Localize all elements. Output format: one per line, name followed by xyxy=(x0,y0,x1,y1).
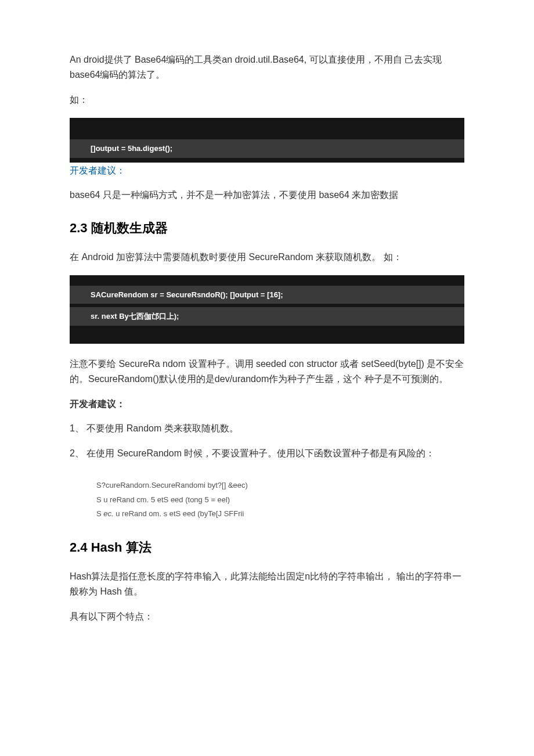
list-item-1: 1、 不要使用 Random 类来获取随机数。 xyxy=(70,421,464,436)
paragraph-eg: 如： xyxy=(70,92,464,107)
code-list: S?cureRandorn.SecureRandomi byt?[] &eec)… xyxy=(96,478,464,521)
heading-2-3: 2.3 随机数生成器 xyxy=(70,219,464,237)
paragraph-hash-features: 具有以下两个特点： xyxy=(70,609,464,624)
code-block-2: SACureRendom sr = SecureRsndoR(); []outp… xyxy=(70,275,464,344)
developer-tip-label: 开发者建议： xyxy=(70,398,464,411)
code-line: S u reRand cm. 5 etS eed (tong 5 = eel) xyxy=(96,493,464,507)
document-page: An droid提供了 Base64编码的工具类an droid.util.Ba… xyxy=(0,0,534,687)
paragraph-hash-intro: Hash算法是指任意长度的字符串输入，此算法能给出固定n比特的字符串输出， 输出… xyxy=(70,569,464,599)
paragraph-intro: An droid提供了 Base64编码的工具类an droid.util.Ba… xyxy=(70,52,464,82)
list-item-2: 2、 在使用 SecureRandom 时候，不要设置种子。使用以下函数设置种子… xyxy=(70,446,464,461)
code-line: []output = 5ha.digest(); xyxy=(70,139,464,158)
code-line: S ec. u reRand om. s etS eed (byTe[J SFF… xyxy=(96,507,464,521)
paragraph-seed-warning: 注意不要给 SecureRa ndom 设置种子。调用 seeded con s… xyxy=(70,357,464,386)
code-block-1: []output = 5ha.digest(); xyxy=(70,118,464,163)
code-line: SACureRendom sr = SecureRsndoR(); []outp… xyxy=(70,286,464,304)
paragraph-base64-warning: base64 只是一种编码方式，并不是一种加密算法，不要使用 base64 来加… xyxy=(70,188,464,203)
heading-2-4: 2.4 Hash 算法 xyxy=(70,539,464,556)
paragraph-securerandom: 在 Android 加密算法中需要随机数时要使用 SecureRandom 来获… xyxy=(70,250,464,265)
developer-tip-label: 开发者建议： xyxy=(70,165,464,177)
code-line: S?cureRandorn.SecureRandomi byt?[] &eec) xyxy=(96,478,464,493)
code-line: sr. next By七西伽邙口上); xyxy=(70,307,464,326)
